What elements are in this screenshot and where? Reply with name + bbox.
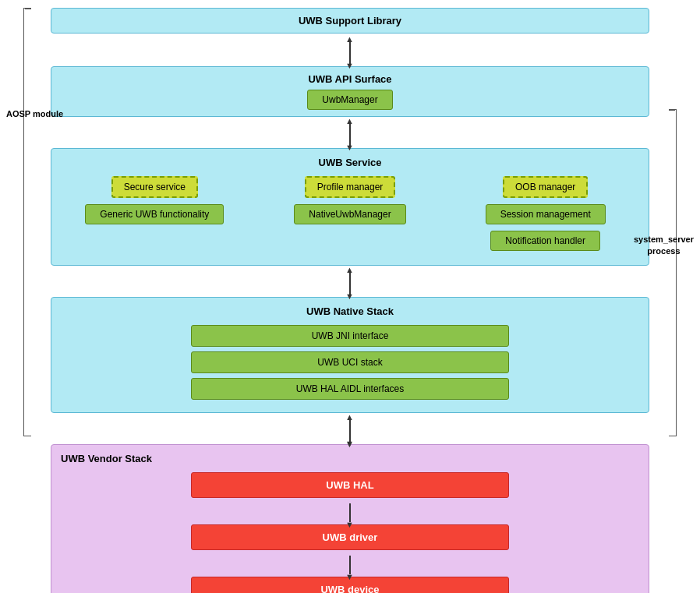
vendor-arrow-line-2 xyxy=(349,556,351,574)
service-col-session: Session management xyxy=(451,204,639,224)
native-stack-box: UWB Native Stack UWB JNI interface UWB U… xyxy=(51,297,649,413)
arrow2-section xyxy=(51,120,649,148)
system-server-label: system_serverprocess xyxy=(634,234,694,258)
session-management-box: Session management xyxy=(486,204,606,224)
native-uwb-manager-box: NativeUwbManager xyxy=(294,204,405,224)
native-row-2: UWB UCI stack xyxy=(61,351,639,373)
support-library-label: UWB Support Library xyxy=(299,15,401,26)
api-surface-inner: UwbManager xyxy=(61,90,639,110)
arrow-service xyxy=(51,120,649,148)
service-col-generic: Generic UWB functionality xyxy=(61,204,249,224)
arrow-line-1 xyxy=(349,41,351,64)
arrow-vendor: ▼ xyxy=(51,416,649,444)
uwb-hal-box: UWB HAL xyxy=(191,472,509,498)
vendor-arrow-2 xyxy=(61,553,639,577)
service-row-3: Notification handler xyxy=(61,231,639,251)
oob-manager-box: OOB manager xyxy=(503,176,588,198)
vendor-arrow-1 xyxy=(61,501,639,524)
notification-handler-box: Notification handler xyxy=(490,231,600,251)
uwb-uci-box: UWB UCI stack xyxy=(191,351,509,373)
uwb-service-section: UWB Service Secure service Profile manag… xyxy=(51,148,649,266)
generic-uwb-box: Generic UWB functionality xyxy=(85,204,224,224)
vendor-row-1: UWB HAL xyxy=(61,472,639,498)
support-library-box: UWB Support Library xyxy=(51,8,649,34)
uwb-manager-box: UwbManager xyxy=(307,90,392,110)
secure-service-box: Secure service xyxy=(111,176,198,198)
service-col-oob: OOB manager xyxy=(451,176,639,198)
support-library-section: UWB Support Library xyxy=(51,8,649,34)
arrow-line-2 xyxy=(349,122,351,146)
diagram-container: AOSP module system_serverprocess UWB Sup… xyxy=(0,0,700,593)
uwb-service-title: UWB Service xyxy=(61,157,639,168)
service-row-1: Secure service Profile manager OOB manag… xyxy=(61,176,639,198)
native-stack-section: UWB Native Stack UWB JNI interface UWB U… xyxy=(51,297,649,413)
arrow-native xyxy=(51,269,649,297)
profile-manager-box: Profile manager xyxy=(305,176,396,198)
arrow3-section xyxy=(51,269,649,297)
arrow-line-3 xyxy=(349,271,351,295)
uwb-service-box: UWB Service Secure service Profile manag… xyxy=(51,148,649,266)
api-surface-box: UWB API Surface UwbManager xyxy=(51,66,649,117)
native-row-3: UWB HAL AIDL interfaces xyxy=(61,378,639,400)
service-col-secure: Secure service xyxy=(61,176,249,198)
api-surface-title: UWB API Surface xyxy=(61,73,639,85)
vendor-stack-box: UWB Vendor Stack UWB HAL UWB driver xyxy=(51,444,649,593)
service-col-native-mgr: NativeUwbManager xyxy=(256,204,444,224)
native-stack-title: UWB Native Stack xyxy=(61,305,639,317)
api-surface-section: UWB API Surface UwbManager xyxy=(51,66,649,117)
vendor-stack-section: UWB Vendor Stack UWB HAL UWB driver xyxy=(51,444,649,593)
uwb-hal-aidl-box: UWB HAL AIDL interfaces xyxy=(191,378,509,400)
vendor-arrow-line-1 xyxy=(349,503,351,522)
service-col-profile: Profile manager xyxy=(256,176,444,198)
system-server-bracket xyxy=(675,109,677,436)
native-row-1: UWB JNI interface xyxy=(61,325,639,347)
vendor-stack-title: UWB Vendor Stack xyxy=(61,453,639,464)
arrow-line-4: ▼ xyxy=(349,418,351,442)
arrow4-section: ▼ xyxy=(51,416,649,444)
service-row-2: Generic UWB functionality NativeUwbManag… xyxy=(61,204,639,224)
aosp-label: AOSP module xyxy=(6,109,63,118)
arrow1-section xyxy=(51,38,649,66)
service-col-notification: Notification handler xyxy=(451,231,639,251)
arrow-api-surface xyxy=(51,38,649,66)
aosp-bracket xyxy=(23,8,25,436)
uwb-jni-box: UWB JNI interface xyxy=(191,325,509,347)
